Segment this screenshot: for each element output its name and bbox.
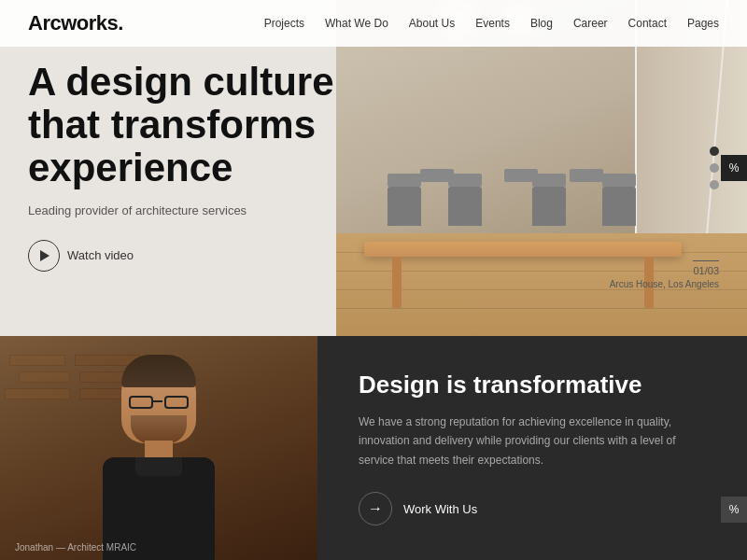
hero-subtitle: Leading provider of architecture service… [28,203,345,217]
nav-pages[interactable]: Pages [687,17,719,30]
nav-blog[interactable]: Blog [530,17,553,30]
hero-text-block: A design culture that transforms experie… [28,61,345,272]
work-with-us-label: Work With Us [403,502,477,516]
watch-video-label: Watch video [67,248,134,262]
nav-about-us[interactable]: About Us [409,17,455,30]
slide-dots [710,147,719,189]
person-caption: Jonathan — Architect MRAIC [15,542,136,553]
nav-projects[interactable]: Projects [264,17,304,30]
nav-events[interactable]: Events [475,17,510,30]
dot-1[interactable] [710,147,719,156]
chair-4 [602,187,636,226]
chair-1 [388,187,421,226]
person-head [121,355,196,443]
play-icon [28,240,60,272]
glasses-right-lens [164,396,189,409]
chair-top-3 [570,169,603,182]
share-icon: % [729,161,740,175]
dot-3[interactable] [710,180,719,189]
hero-section: A design culture that transforms experie… [0,0,747,336]
person-glasses [129,396,189,413]
work-with-us-button[interactable]: → Work With Us [359,492,477,525]
share-icon-bottom: % [729,503,740,516]
nav-contact[interactable]: Contact [628,17,667,30]
social-button-bottom[interactable]: % [721,497,747,523]
dark-panel: Design is transformative We have a stron… [317,336,747,560]
person-photo: Jonathan — Architect MRAIC [0,336,317,560]
slide-caption: Arcus House, Los Angeles [610,279,719,289]
play-triangle [40,250,49,261]
floor-line-4 [336,308,747,309]
chair-3 [532,187,566,226]
social-button-top[interactable]: % [721,155,747,181]
dark-panel-title: Design is transformative [359,371,706,399]
watch-video-button[interactable]: Watch video [28,240,345,272]
person-beard [131,415,187,443]
chair-back-1 [388,174,421,187]
bottom-section: Jonathan — Architect MRAIC Design is tra… [0,336,747,560]
arrow-icon: → [368,500,383,517]
chair-top-2 [504,169,538,182]
main-nav: Projects What We Do About Us Events Blog… [264,17,719,30]
glasses-bridge [153,400,162,402]
arrow-circle: → [359,492,392,525]
chair-2 [448,187,482,226]
dining-table-top [364,242,682,257]
header: Arcworks. Projects What We Do About Us E… [0,0,747,47]
chair-back-4 [602,174,636,187]
slide-line [693,260,719,262]
chair-top-1 [420,169,454,182]
nav-what-we-do[interactable]: What We Do [325,17,388,30]
turtleneck [135,457,182,476]
hero-headline: A design culture that transforms experie… [28,61,345,190]
dark-panel-text: We have a strong reputation for achievin… [359,413,676,469]
logo[interactable]: Arcworks. [28,11,123,35]
slide-counter: 01/03 Arcus House, Los Angeles [610,260,719,290]
slide-number: 01/03 [610,265,719,276]
dot-2[interactable] [710,163,719,173]
glasses-left-lens [129,396,153,409]
nav-career[interactable]: Career [573,17,608,30]
table-leg-1 [392,257,402,308]
